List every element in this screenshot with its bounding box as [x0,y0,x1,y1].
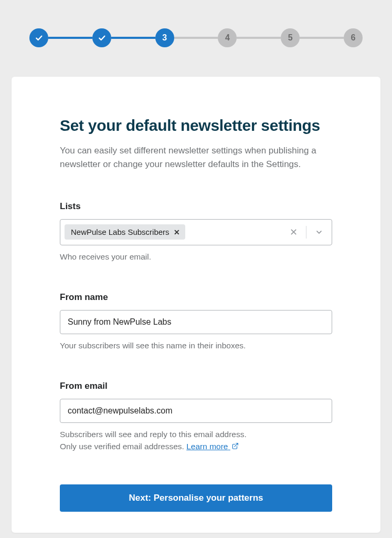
check-icon [98,34,106,42]
from-email-helper-line1: Subscribers will see and reply to this e… [60,430,247,439]
step-4: 4 [218,28,237,47]
step-2[interactable] [92,28,111,47]
from-name-helper: Your subscribers will see this name in t… [60,339,332,351]
settings-card: Set your default newsletter settings You… [12,77,380,533]
from-email-field-group: From email Subscribers will see and repl… [60,381,332,453]
clear-icon[interactable]: ✕ [284,226,303,238]
external-link-icon [231,442,239,450]
remove-tag-icon[interactable]: ✕ [174,229,180,236]
from-name-input[interactable] [60,310,332,334]
step-5: 5 [281,28,300,47]
progress-stepper: 3 4 5 6 [0,28,392,47]
page-subtitle: You can easily set different newsletter … [60,144,332,172]
from-email-label: From email [60,381,332,391]
lists-helper: Who receives your email. [60,251,332,263]
learn-more-link[interactable]: Learn more [186,442,239,451]
from-name-label: From name [60,292,332,303]
step-6: 6 [344,28,363,47]
step-line-1-2 [48,37,92,39]
check-icon [35,34,43,42]
lists-field-group: Lists NewPulse Labs Subscribers ✕ ✕ Who … [60,201,332,263]
list-tag: NewPulse Labs Subscribers ✕ [65,224,185,240]
from-name-field-group: From name Your subscribers will see this… [60,292,332,351]
lists-select[interactable]: NewPulse Labs Subscribers ✕ ✕ [60,219,332,245]
page-title: Set your default newsletter settings [60,117,332,134]
from-email-helper-line2: Only use verified email addresses. [60,442,186,451]
chevron-down-icon[interactable] [310,228,327,236]
from-email-helper: Subscribers will see and reply to this e… [60,428,332,453]
select-divider [306,226,306,239]
step-line-4-5 [237,37,281,39]
list-tag-label: NewPulse Labs Subscribers [71,227,169,236]
svg-line-0 [235,443,238,447]
from-email-input[interactable] [60,399,332,423]
step-line-2-3 [111,37,155,39]
step-line-3-4 [174,37,218,39]
step-line-5-6 [300,37,344,39]
next-button[interactable]: Next: Personalise your patterns [60,484,332,512]
step-3[interactable]: 3 [155,28,174,47]
lists-label: Lists [60,201,332,212]
step-1[interactable] [29,28,48,47]
